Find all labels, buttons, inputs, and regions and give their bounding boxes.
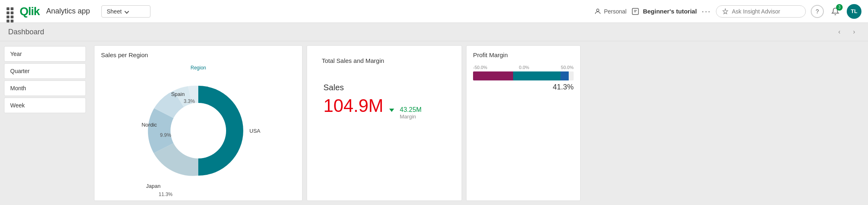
dashboard-header: Dashboard ‹ › <box>0 23 868 41</box>
profit-bar-segment-teal <box>513 71 561 80</box>
filter-sidebar: Year Quarter Month Week <box>0 41 90 205</box>
qlik-logo: Qlik <box>20 5 40 18</box>
filter-month[interactable]: Month <box>4 80 86 96</box>
sheet-navigation: ‹ › <box>834 26 860 38</box>
sales-value: 104.9M <box>323 96 384 116</box>
user-avatar[interactable]: TL <box>847 4 861 19</box>
next-sheet-button[interactable]: › <box>848 26 860 38</box>
profit-margin-panel: Profit Margin -50.0% 0.0% 50.0% 41.3% <box>466 45 581 201</box>
svg-text:3.3%: 3.3% <box>184 98 195 104</box>
margin-label: Margin <box>400 114 422 120</box>
svg-text:11.3%: 11.3% <box>159 192 173 197</box>
tutorial-icon <box>631 7 639 16</box>
donut-chart-svg: USA 45.5% Japan 11.3% Nordic 9.9% Spain … <box>129 74 268 188</box>
svg-text:9.9%: 9.9% <box>160 132 171 138</box>
profit-margin-title: Profit Margin <box>467 46 580 61</box>
profit-percent-value: 41.3% <box>473 83 574 91</box>
profit-bar-segment-purple <box>473 71 513 80</box>
profit-bar-container <box>473 71 574 80</box>
person-icon <box>594 8 601 15</box>
insight-advisor-search[interactable] <box>716 5 806 18</box>
donut-chart-area: Region <box>94 61 302 201</box>
sales-label: Sales <box>323 83 445 92</box>
chevron-down-icon <box>124 9 129 13</box>
axis-mid: 0.0% <box>519 65 529 70</box>
help-button[interactable]: ? <box>811 5 824 18</box>
svg-point-5 <box>170 103 226 158</box>
dashboard-area: Dashboard ‹ › Year Quarter Month Week Sa… <box>0 23 868 205</box>
insight-input[interactable] <box>732 8 797 15</box>
more-options-button[interactable]: ··· <box>702 7 711 16</box>
filter-week[interactable]: Week <box>4 98 86 113</box>
axis-min: -50.0% <box>473 65 487 70</box>
sheet-label: Sheet <box>107 8 122 15</box>
svg-rect-1 <box>632 8 639 14</box>
filter-quarter[interactable]: Quarter <box>4 63 86 79</box>
personal-button[interactable]: Personal <box>594 8 626 15</box>
notifications-button[interactable]: 3 <box>829 5 842 18</box>
sparkle-icon <box>722 8 729 15</box>
profit-axis: -50.0% 0.0% 50.0% <box>473 65 574 70</box>
total-sales-title: Total Sales and Margin <box>315 51 453 67</box>
margin-value: 43.25M <box>400 106 422 114</box>
prev-sheet-button[interactable]: ‹ <box>834 26 845 38</box>
svg-text:Nordic: Nordic <box>141 122 157 128</box>
svg-text:Spain: Spain <box>171 91 184 97</box>
chart-legend-label: Region <box>191 65 206 71</box>
svg-text:Japan: Japan <box>146 183 160 189</box>
svg-marker-4 <box>723 9 728 14</box>
profit-bar-segment-blue <box>561 71 569 80</box>
notification-badge: 3 <box>836 4 843 11</box>
svg-point-0 <box>597 9 599 11</box>
app-title: Analytics app <box>46 7 90 16</box>
sales-region-panel: Sales per Region Region <box>94 45 303 201</box>
sales-region-title: Sales per Region <box>94 46 302 61</box>
svg-text:USA: USA <box>249 128 260 134</box>
total-sales-panel: Total Sales and Margin Sales 104.9M 43.2… <box>307 45 462 201</box>
trend-arrow-icon <box>389 109 394 112</box>
main-panels: Sales per Region Region <box>90 41 868 205</box>
filter-year[interactable]: Year <box>4 46 86 62</box>
dashboard-title: Dashboard <box>8 28 44 36</box>
profit-bar-area: -50.0% 0.0% 50.0% 41.3% <box>467 61 580 96</box>
dashboard-content: Year Quarter Month Week Sales per Region… <box>0 41 868 205</box>
axis-max: 50.0% <box>561 65 574 70</box>
tutorial-button[interactable]: Beginner's tutorial <box>631 7 697 16</box>
grid-menu-icon[interactable] <box>7 7 15 16</box>
top-navigation: Qlik Analytics app Sheet Personal Beginn… <box>0 0 868 23</box>
sheet-dropdown[interactable]: Sheet <box>101 5 150 18</box>
